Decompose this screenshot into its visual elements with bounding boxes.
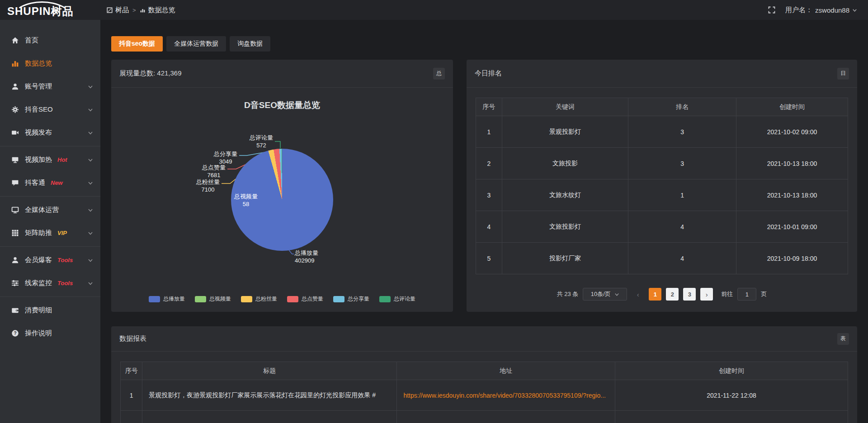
sidebar-item-label: 全媒体运营 <box>25 206 59 214</box>
breadcrumb-separator: > <box>132 7 136 14</box>
chevron-down-icon <box>88 107 93 113</box>
report-table: 序号 标题 地址 创建时间 1 景观投影灯，夜游景观投影灯厂家展示展示落花灯在花… <box>120 362 848 423</box>
sidebar-item-label: 视频加热 <box>25 155 52 164</box>
table-header-row: 序号 关键词 排名 创建时间 <box>476 98 848 116</box>
breadcrumb-current-label: 数据总览 <box>148 6 175 14</box>
sidebar-item-data-overview[interactable]: 数据总览 <box>0 52 100 75</box>
report-title-cell: 景观投影灯，夜游景观投影灯厂家展示展示落花灯在花园里的灯光投影应用效果 # <box>142 380 397 411</box>
total-badge-button[interactable]: 总 <box>433 68 445 80</box>
pie-label-videos: 总视频量58 <box>230 193 262 208</box>
tab-douyin-seo-data[interactable]: 抖音seo数据 <box>111 36 163 52</box>
report-panel-header: 数据报表 表 <box>111 326 857 352</box>
tools-badge: Tools <box>57 257 73 263</box>
chevron-down-icon <box>88 180 93 186</box>
legend-item-comments[interactable]: 总评论量 <box>379 295 415 303</box>
table-row: 1景观投影灯32021-10-02 09:00 <box>476 116 848 148</box>
screen-icon <box>11 156 19 164</box>
svg-text:?: ? <box>14 331 16 336</box>
chevron-down-icon <box>88 130 93 136</box>
sidebar-item-video-publish[interactable]: 视频发布 <box>0 121 100 144</box>
goto-page-input[interactable] <box>737 288 756 301</box>
chevron-down-icon <box>88 207 93 213</box>
sidebar-item-label: 账号管理 <box>25 82 52 91</box>
question-icon: ? <box>11 329 19 337</box>
username-label: 用户名： <box>785 6 812 14</box>
brand-en: SHUPIN <box>7 5 51 17</box>
sidebar-item-douyin-seo[interactable]: 抖音SEO <box>0 98 100 121</box>
pie-label-fans: 总粉丝量7100 <box>196 178 220 193</box>
table-row: 1 景观投影灯，夜游景观投影灯厂家展示展示落花灯在花园里的灯光投影应用效果 # … <box>121 380 848 411</box>
bar-chart-icon <box>140 7 146 13</box>
report-url-link[interactable]: https://www.iesdouyin.com/share/video/70… <box>397 380 615 411</box>
table-badge-button[interactable]: 表 <box>837 333 849 345</box>
sidebar-item-media-operation[interactable]: 全媒体运营 <box>0 198 100 221</box>
sidebar-item-matrix-boost[interactable]: 矩阵助推 VIP <box>0 221 100 244</box>
legend-item-videos[interactable]: 总视频量 <box>195 295 231 303</box>
goto-label: 前往 <box>721 290 733 298</box>
page-size-select[interactable]: 10条/页 <box>583 288 627 301</box>
brand-cn: 树品 <box>51 5 74 17</box>
sidebar-item-lead-monitor[interactable]: 线索监控 Tools <box>0 272 100 295</box>
pagination: 共 23 条 10条/页 ‹ 1 2 3 › 前往 页 <box>467 288 857 301</box>
legend-item-likes[interactable]: 总点赞量 <box>287 295 323 303</box>
sidebar-item-label: 操作说明 <box>25 329 52 338</box>
sidebar-divider <box>0 296 100 297</box>
page-button-1[interactable]: 1 <box>649 288 661 301</box>
breadcrumb-current[interactable]: 数据总览 <box>140 6 175 14</box>
chevron-down-icon <box>88 84 93 89</box>
sidebar-item-label: 首页 <box>25 36 38 45</box>
overview-panel-title: 展现量总数: 421,369 <box>119 69 182 78</box>
ranking-table: 序号 关键词 排名 创建时间 1景观投影灯32021-10-02 09:00 2… <box>476 98 848 274</box>
data-tabs: 抖音seo数据 全媒体运营数据 询盘数据 <box>111 36 857 52</box>
legend-item-shares[interactable]: 总分享量 <box>333 295 369 303</box>
sidebar-item-douketong[interactable]: 抖客通 New <box>0 171 100 194</box>
wallet-icon <box>11 306 19 314</box>
sidebar-item-member-baoke[interactable]: 会员爆客 Tools <box>0 249 100 272</box>
ranking-panel-title: 今日排名 <box>475 69 502 78</box>
vip-badge: VIP <box>57 230 67 236</box>
tab-inquiry-data[interactable]: 询盘数据 <box>230 36 270 52</box>
col-index: 序号 <box>476 98 502 116</box>
gear-icon <box>11 106 19 113</box>
sidebar-divider <box>0 146 100 146</box>
sidebar-item-label: 视频发布 <box>25 128 52 137</box>
video-icon <box>11 129 19 136</box>
legend-item-fans[interactable]: 总粉丝量 <box>241 295 277 303</box>
tab-media-operation-data[interactable]: 全媒体运营数据 <box>166 36 226 52</box>
sidebar-item-label: 会员爆客 <box>25 256 52 264</box>
main-content: 抖音seo数据 全媒体运营数据 询盘数据 展现量总数: 421,369 总 D音… <box>100 20 868 423</box>
page-button-2[interactable]: 2 <box>666 288 679 301</box>
pie-label-shares: 总分享量3049 <box>214 150 237 165</box>
grid-icon <box>11 229 19 237</box>
breadcrumb: 树品 > 数据总览 <box>107 6 175 14</box>
col-title: 标题 <box>142 362 397 380</box>
chart-title: D音SEO数据量总览 <box>111 99 453 111</box>
chevron-down-icon <box>88 230 93 236</box>
sidebar-item-instructions[interactable]: ? 操作说明 <box>0 322 100 345</box>
prev-page-button[interactable]: ‹ <box>632 288 644 301</box>
legend-swatch <box>333 296 344 302</box>
next-page-button[interactable]: › <box>700 288 713 301</box>
col-rank: 排名 <box>628 98 736 116</box>
fullscreen-icon[interactable] <box>768 6 775 14</box>
sidebar-item-home[interactable]: 首页 <box>0 29 100 52</box>
bar-chart-icon <box>11 60 19 67</box>
sidebar-item-label: 消费明细 <box>25 306 52 315</box>
sidebar-item-consumption[interactable]: 消费明细 <box>0 299 100 322</box>
legend-item-plays[interactable]: 总播放量 <box>149 295 185 303</box>
sidebar-item-account[interactable]: 账号管理 <box>0 75 100 98</box>
table-row <box>121 411 848 423</box>
page-button-3[interactable]: 3 <box>683 288 696 301</box>
breadcrumb-root[interactable]: 树品 <box>107 6 129 14</box>
chevron-down-icon <box>88 258 93 263</box>
user-menu[interactable]: 用户名：zswodun88 <box>785 6 857 14</box>
sliders-icon <box>11 279 19 287</box>
col-created: 创建时间 <box>736 98 848 116</box>
col-url: 地址 <box>397 362 615 380</box>
table-row: 4文旅投影灯42021-10-01 09:00 <box>476 211 848 243</box>
logo-text: SHUPIN树品 <box>7 4 74 19</box>
sidebar-item-video-heat[interactable]: 视频加热 Hot <box>0 148 100 171</box>
sidebar-item-label: 抖音SEO <box>25 105 53 114</box>
daily-badge-button[interactable]: 日 <box>837 68 849 80</box>
legend-swatch <box>379 296 391 302</box>
